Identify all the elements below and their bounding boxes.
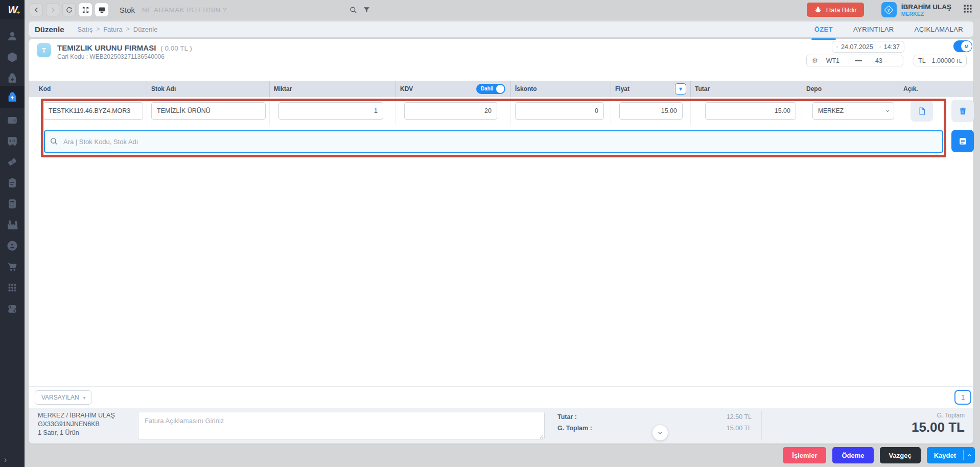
vazgec-button[interactable]: Vazgeç bbox=[880, 447, 921, 463]
topbar: Stok Hata Bildir ? İBRAHİM ULAŞ MERKEZ bbox=[25, 0, 980, 19]
currency-rate-field[interactable]: TL 1.00000 TL bbox=[914, 55, 967, 66]
sidebar-item-production[interactable] bbox=[0, 214, 25, 236]
kdv-dahil-toggle[interactable]: Dahil bbox=[476, 84, 505, 94]
apps-menu-button[interactable] bbox=[963, 4, 973, 16]
islemler-button[interactable]: İşlemler bbox=[783, 447, 826, 463]
breadcrumb-separator: > bbox=[126, 26, 130, 33]
column-header-kdv: KDV Dahil bbox=[396, 81, 511, 97]
tab-ozet[interactable]: ÖZET bbox=[813, 22, 834, 36]
totals-expand-button[interactable] bbox=[652, 425, 668, 440]
sidebar-item-modules[interactable] bbox=[0, 277, 25, 298]
miktar-input[interactable] bbox=[278, 102, 383, 120]
document-icon bbox=[918, 107, 926, 115]
currency-code: TL bbox=[918, 57, 926, 64]
wallet-icon bbox=[7, 114, 18, 126]
invoice-series: WT1 bbox=[826, 57, 839, 64]
stok-adi-input[interactable] bbox=[151, 102, 266, 120]
divider bbox=[761, 411, 762, 440]
cell-miktar bbox=[270, 97, 396, 125]
depo-select[interactable]: MERKEZ bbox=[812, 102, 894, 120]
rate-currency-suffix: TL bbox=[955, 58, 962, 64]
document-info: MERKEZ / İBRAHİM ULAŞ GX33G91NJNEN6KB 1 … bbox=[38, 411, 115, 437]
sidebar-expand-button[interactable]: › bbox=[0, 454, 25, 466]
dash-separator bbox=[855, 60, 862, 61]
fiyat-input[interactable] bbox=[619, 102, 683, 120]
cell-stok-adi bbox=[147, 97, 270, 125]
back-button[interactable] bbox=[30, 3, 43, 16]
app-logo[interactable]: W + bbox=[0, 0, 25, 19]
kdv-input[interactable] bbox=[404, 102, 497, 120]
sidebar-item-crm[interactable] bbox=[0, 235, 25, 256]
row-delete-button[interactable] bbox=[951, 100, 974, 122]
customer-name[interactable]: TEMIZLIK URUNU FIRMASI bbox=[57, 43, 156, 52]
search-icon bbox=[50, 137, 58, 146]
settings-toggles-icon bbox=[7, 303, 18, 314]
iskonto-input[interactable] bbox=[515, 102, 604, 120]
odeme-button[interactable]: Ödeme bbox=[832, 447, 873, 463]
cart-icon bbox=[7, 261, 18, 272]
forward-button[interactable] bbox=[46, 3, 59, 16]
filter-icon bbox=[362, 6, 371, 14]
row-description-button[interactable] bbox=[911, 100, 933, 122]
user-menu[interactable]: ? İBRAHİM ULAŞ MERKEZ bbox=[881, 2, 951, 17]
invoice-date-field[interactable]: 24.07.2025 14:37 bbox=[832, 41, 904, 53]
price-options-dropdown[interactable]: ▼ bbox=[675, 83, 686, 95]
refresh-button[interactable] bbox=[62, 3, 76, 16]
breadcrumb-item[interactable]: Satış bbox=[78, 26, 93, 33]
summary-bar: MERKEZ / İBRAHİM ULAŞ GX33G91NJNEN6KB 1 … bbox=[29, 408, 973, 443]
cell-tutar bbox=[691, 97, 802, 125]
sidebar-item-settings[interactable] bbox=[0, 298, 25, 319]
report-error-button[interactable]: Hata Bildir bbox=[807, 3, 864, 17]
breadcrumb-item[interactable]: Düzenle bbox=[133, 26, 158, 33]
sidebar-item-user[interactable] bbox=[0, 26, 25, 47]
trash-icon bbox=[959, 107, 967, 115]
sidebar-item-safe[interactable] bbox=[0, 130, 25, 152]
chevron-down-icon bbox=[657, 430, 663, 436]
kaydet-label: Kaydet bbox=[927, 452, 963, 459]
cell-kod bbox=[35, 97, 147, 125]
kaydet-button[interactable]: Kaydet bbox=[927, 447, 975, 463]
sidebar-item-accounting[interactable] bbox=[0, 193, 25, 215]
sales-bag-icon bbox=[7, 91, 18, 103]
cell-kdv bbox=[396, 97, 511, 125]
report-error-label: Hata Bildir bbox=[826, 6, 857, 14]
page-header: Düzenle Satış > Fatura > Düzenle ÖZET AY… bbox=[29, 21, 973, 37]
tab-aciklamalar[interactable]: AÇIKLAMALAR bbox=[914, 22, 964, 36]
fullscreen-button[interactable] bbox=[79, 3, 92, 16]
sidebar-item-sales[interactable] bbox=[0, 86, 25, 108]
tutar-input[interactable] bbox=[705, 102, 796, 120]
template-selector[interactable]: VARSAYILAN ▾ bbox=[35, 390, 91, 405]
grandtotal-value: 15.00 TL bbox=[680, 425, 752, 432]
stock-list-button[interactable] bbox=[951, 130, 974, 152]
filter-button[interactable] bbox=[360, 3, 373, 16]
series-number-field[interactable]: ⚙ WT1 43 bbox=[806, 55, 903, 66]
clipboard-icon bbox=[7, 177, 18, 189]
search-button[interactable] bbox=[346, 3, 360, 16]
column-header-tutar: Tutar bbox=[691, 81, 802, 97]
kod-input[interactable] bbox=[43, 102, 143, 120]
column-header-acik: Açık. bbox=[899, 81, 944, 97]
sidebar-item-wallet[interactable] bbox=[0, 109, 25, 131]
list-icon bbox=[958, 136, 968, 146]
stock-search-input[interactable] bbox=[44, 130, 943, 153]
sidebar-item-ecommerce[interactable] bbox=[0, 256, 25, 277]
ticket-icon bbox=[7, 156, 18, 168]
sidebar-item-ticket[interactable] bbox=[0, 151, 25, 173]
caret-down-icon: ▼ bbox=[679, 87, 682, 91]
package-icon bbox=[7, 52, 18, 63]
sidebar-item-stock[interactable] bbox=[0, 46, 25, 68]
branch-user-line: MERKEZ / İBRAHİM ULAŞ bbox=[38, 411, 115, 420]
column-header-depo: Depo bbox=[802, 81, 899, 97]
invoice-note-textarea[interactable] bbox=[138, 412, 545, 439]
global-search-input[interactable] bbox=[142, 3, 346, 16]
mode-toggle[interactable]: M bbox=[953, 40, 972, 52]
sidebar-item-orders[interactable] bbox=[0, 172, 25, 194]
search-scope-label[interactable]: Stok bbox=[120, 6, 135, 14]
kaydet-options-button[interactable] bbox=[964, 453, 975, 458]
document-no-line: GX33G91NJNEN6KB bbox=[38, 420, 115, 429]
breadcrumb-item[interactable]: Fatura bbox=[103, 26, 123, 33]
grandtotal-label: G. Toplam : bbox=[557, 425, 592, 432]
tab-ayrintilar[interactable]: AYRINTILAR bbox=[852, 22, 895, 36]
monitor-button[interactable] bbox=[95, 3, 108, 16]
page-number-button[interactable]: 1 bbox=[954, 390, 971, 405]
